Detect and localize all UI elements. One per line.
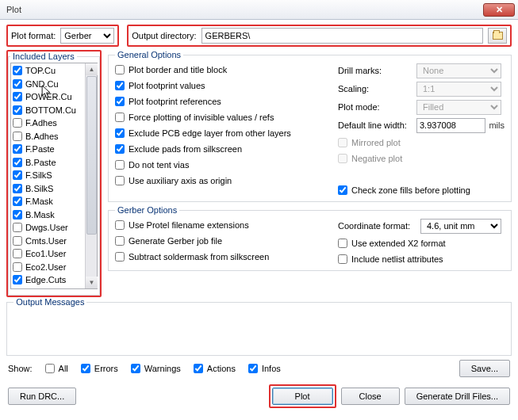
- layer-checkbox[interactable]: [13, 105, 22, 115]
- scroll-thumb[interactable]: [86, 76, 97, 235]
- gerber-options-group: Gerber Options Use Protel filename exten…: [108, 205, 512, 271]
- opt-exclude-edge-cb[interactable]: [115, 128, 125, 138]
- layer-label: Margin: [25, 287, 52, 288]
- opt-border-title-cb[interactable]: [115, 65, 125, 74]
- layer-label: Eco2.User: [25, 261, 66, 273]
- opt-protel-cb[interactable]: [115, 220, 125, 230]
- layer-checkbox[interactable]: [13, 170, 22, 180]
- opt-jobfile-cb[interactable]: [115, 236, 125, 246]
- opt-check-zone[interactable]: Check zone fills before plotting: [338, 183, 505, 197]
- layer-item[interactable]: POWER.Cu: [13, 90, 83, 104]
- layer-item[interactable]: Eco1.User: [13, 247, 83, 261]
- opt-fp-refs-cb[interactable]: [115, 97, 125, 106]
- generate-drill-files-button[interactable]: Generate Drill Files...: [405, 388, 510, 405]
- opt-force-invis[interactable]: Force plotting of invisible values / ref…: [115, 110, 330, 124]
- opt-check-zone-cb[interactable]: [338, 185, 347, 195]
- scroll-up-button[interactable]: ▲: [86, 63, 98, 75]
- layer-checkbox[interactable]: [13, 132, 22, 141]
- line-width-input[interactable]: [416, 118, 485, 133]
- layer-item[interactable]: F.Paste: [13, 143, 83, 156]
- layer-checkbox[interactable]: [13, 79, 22, 89]
- layer-item[interactable]: Edge.Cuts: [13, 273, 83, 287]
- included-layers-title: Included Layers: [10, 52, 77, 61]
- coord-format-select[interactable]: 4.6, unit mm: [420, 219, 501, 234]
- browse-output-dir-button[interactable]: [488, 28, 507, 44]
- layer-item[interactable]: F.Mask: [13, 195, 83, 208]
- run-drc-button[interactable]: Run DRC...: [8, 388, 76, 405]
- opt-netlist[interactable]: Include netlist attributes: [338, 252, 505, 265]
- opt-no-tent-cb[interactable]: [115, 160, 125, 170]
- layers-scrollbar[interactable]: ▲ ▼: [85, 63, 97, 288]
- plot-mode-select[interactable]: Filled: [416, 100, 501, 115]
- opt-force-invis-cb[interactable]: [115, 113, 125, 122]
- layer-checkbox[interactable]: [13, 144, 22, 154]
- opt-exclude-edge[interactable]: Exclude PCB edge layer from other layers: [115, 126, 330, 139]
- layer-item[interactable]: GND.Cu: [13, 78, 83, 91]
- close-window-button[interactable]: ✕: [483, 3, 515, 17]
- output-messages-box[interactable]: [13, 310, 505, 349]
- scroll-down-button[interactable]: ▼: [86, 277, 98, 288]
- layer-checkbox[interactable]: [13, 158, 22, 167]
- layer-checkbox[interactable]: [13, 262, 22, 272]
- show-actions[interactable]: Actions: [194, 361, 236, 375]
- layer-label: POWER.Cu: [25, 90, 72, 103]
- opt-border-title[interactable]: Plot border and title block: [115, 63, 330, 76]
- layer-item[interactable]: B.Paste: [13, 156, 83, 170]
- opt-aux-origin[interactable]: Use auxiliary axis as origin: [115, 174, 330, 187]
- opt-subtract-mask[interactable]: Subtract soldermask from silkscreen: [115, 250, 330, 263]
- save-button[interactable]: Save...: [459, 360, 510, 377]
- layer-item[interactable]: B.SilkS: [13, 182, 83, 196]
- layer-item[interactable]: BOTTOM.Cu: [13, 104, 83, 117]
- opt-fp-values[interactable]: Plot footprint values: [115, 78, 330, 92]
- opt-jobfile[interactable]: Generate Gerber job file: [115, 234, 330, 247]
- layer-item[interactable]: B.Mask: [13, 208, 83, 222]
- layer-label: B.Adhes: [25, 130, 59, 143]
- layer-label: Edge.Cuts: [25, 273, 66, 286]
- layer-checkbox[interactable]: [13, 223, 22, 232]
- scaling-select[interactable]: 1:1: [416, 82, 501, 97]
- layer-item[interactable]: F.SilkS: [13, 169, 83, 182]
- layer-label: F.SilkS: [25, 169, 52, 181]
- opt-x2-cb[interactable]: [338, 239, 347, 248]
- layer-item[interactable]: Dwgs.User: [13, 221, 83, 235]
- layer-item[interactable]: Eco2.User: [13, 261, 83, 274]
- opt-aux-origin-cb[interactable]: [115, 176, 125, 185]
- layer-item[interactable]: Margin: [13, 287, 83, 289]
- opt-no-tent[interactable]: Do not tent vias: [115, 158, 330, 171]
- layer-checkbox[interactable]: [13, 118, 22, 128]
- show-errors[interactable]: Errors: [81, 361, 118, 375]
- drill-marks-select[interactable]: None: [416, 63, 501, 78]
- opt-exclude-pads-cb[interactable]: [115, 144, 125, 154]
- layer-item[interactable]: B.Adhes: [13, 130, 83, 143]
- layer-checkbox[interactable]: [13, 275, 22, 284]
- opt-x2[interactable]: Use extended X2 format: [338, 236, 505, 250]
- included-layers-panel: Included Layers TOP.CuGND.CuPOWER.CuBOTT…: [6, 50, 102, 297]
- included-layers-list[interactable]: TOP.CuGND.CuPOWER.CuBOTTOM.CuF.AdhesB.Ad…: [11, 63, 85, 288]
- layer-checkbox[interactable]: [13, 184, 22, 193]
- show-label: Show:: [8, 364, 33, 373]
- opt-subtract-mask-cb[interactable]: [115, 252, 125, 262]
- opt-netlist-cb[interactable]: [338, 254, 347, 264]
- plot-format-select[interactable]: Gerber: [60, 28, 114, 44]
- opt-exclude-pads[interactable]: Exclude pads from silkscreen: [115, 142, 330, 155]
- layer-checkbox[interactable]: [13, 66, 22, 75]
- close-button[interactable]: Close: [341, 388, 400, 405]
- opt-fp-values-cb[interactable]: [115, 81, 125, 90]
- layer-checkbox[interactable]: [13, 236, 22, 246]
- layer-label: F.Adhes: [25, 116, 57, 129]
- output-directory-input[interactable]: [201, 28, 483, 44]
- layer-checkbox[interactable]: [13, 92, 22, 101]
- layer-checkbox[interactable]: [13, 197, 22, 206]
- opt-protel[interactable]: Use Protel filename extensions: [115, 218, 330, 231]
- show-all[interactable]: All: [45, 361, 68, 375]
- layer-item[interactable]: F.Adhes: [13, 116, 83, 130]
- show-warnings[interactable]: Warnings: [131, 361, 181, 375]
- opt-fp-refs[interactable]: Plot footprint references: [115, 94, 330, 108]
- layer-item[interactable]: TOP.Cu: [13, 64, 83, 78]
- show-infos[interactable]: Infos: [248, 361, 281, 375]
- layer-checkbox[interactable]: [13, 249, 22, 258]
- layer-item[interactable]: Cmts.User: [13, 235, 83, 248]
- layer-checkbox[interactable]: [13, 210, 22, 220]
- layer-label: Cmts.User: [25, 235, 67, 247]
- plot-button[interactable]: Plot: [272, 388, 333, 405]
